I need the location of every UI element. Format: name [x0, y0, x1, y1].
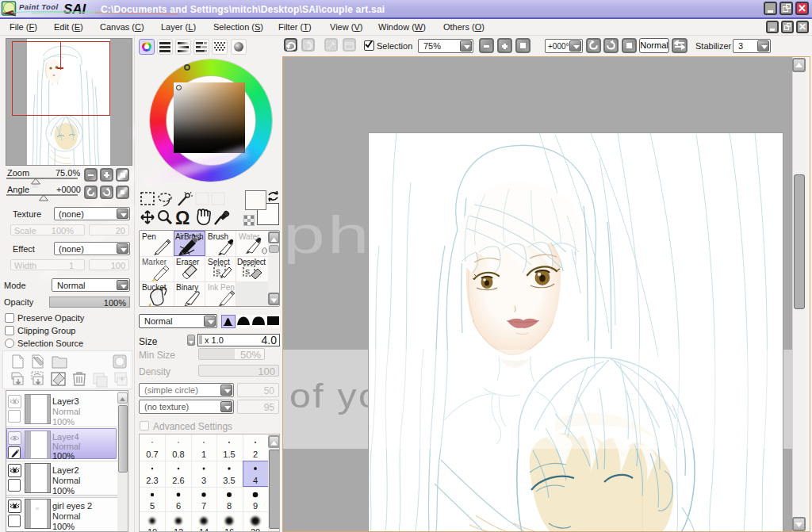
- svg-text:0.7: 0.7: [146, 450, 158, 459]
- svg-text:Paint Tool: Paint Tool: [19, 2, 59, 11]
- svg-text:S: S: [245, 268, 250, 276]
- svg-text:7: 7: [201, 501, 206, 511]
- svg-text:10: 10: [147, 527, 157, 532]
- svg-text:3.5: 3.5: [223, 476, 235, 485]
- svg-text:9: 9: [253, 501, 258, 511]
- svg-text:2.6: 2.6: [172, 476, 184, 485]
- svg-text:12: 12: [174, 527, 183, 532]
- svg-text:3: 3: [201, 476, 206, 485]
- svg-text:1: 1: [201, 450, 206, 459]
- svg-text:5: 5: [150, 501, 155, 511]
- svg-text:1.5: 1.5: [223, 450, 235, 459]
- svg-text:6: 6: [176, 501, 181, 511]
- svg-text:20: 20: [251, 527, 260, 532]
- svg-text:4: 4: [253, 476, 258, 485]
- svg-text:0.8: 0.8: [172, 450, 184, 459]
- svg-text:Ω: Ω: [175, 208, 190, 227]
- svg-text:2.3: 2.3: [146, 476, 158, 485]
- svg-text:S: S: [216, 268, 220, 276]
- svg-text:2: 2: [253, 450, 258, 459]
- svg-text:SAI: SAI: [63, 2, 87, 17]
- svg-text:8: 8: [227, 501, 232, 511]
- svg-text:14: 14: [199, 527, 209, 532]
- svg-text:16: 16: [224, 527, 234, 532]
